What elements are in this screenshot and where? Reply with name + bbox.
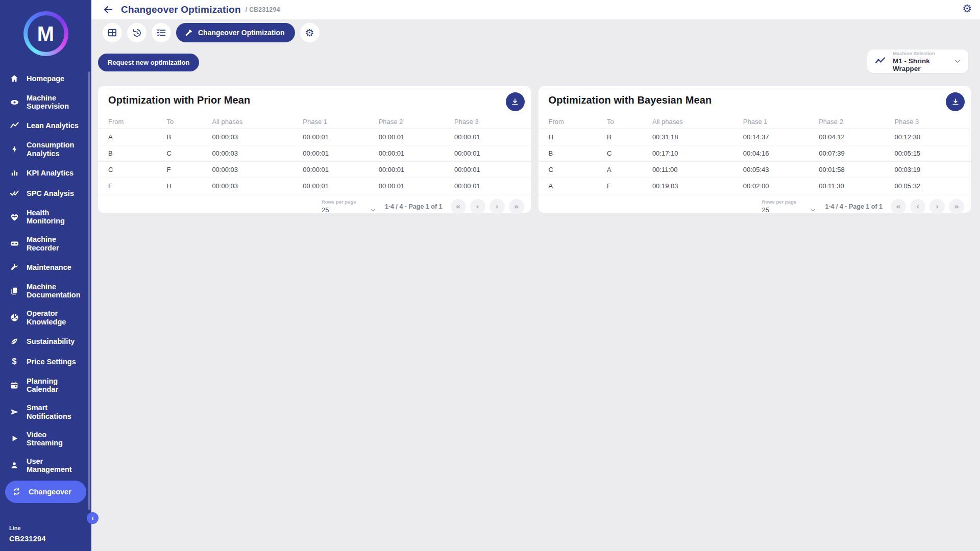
sidebar-item-planning-calendar[interactable]: Planning Calendar	[0, 372, 91, 398]
sidebar-item-sustainability[interactable]: Sustainability	[0, 331, 91, 352]
sidebar-item-label: User Management	[27, 457, 84, 473]
sidebar-item-machine-documentation[interactable]: Machine Documentation	[0, 278, 91, 304]
prev-page-button[interactable]: ‹	[910, 199, 925, 214]
table-cell: 00:07:39	[808, 149, 884, 157]
rows-per-page[interactable]: Rows per page 25	[762, 199, 817, 214]
column-header: From	[98, 118, 156, 126]
sidebar-item-label: Planning Calendar	[27, 377, 84, 393]
sidebar-item-price-settings[interactable]: $ Price Settings	[0, 352, 91, 372]
machine-selection-value: M1 - Shrink Wrapper	[893, 57, 953, 72]
sidebar-item-maintenance[interactable]: Maintenance	[0, 257, 91, 278]
rows-per-page-value: 25	[322, 206, 329, 214]
table-cell: 00:11:00	[642, 166, 733, 173]
table-view-button[interactable]	[103, 23, 122, 42]
lightning-icon	[9, 144, 19, 155]
table-cell: B	[98, 149, 156, 157]
checklist-view-button[interactable]	[152, 23, 171, 42]
sidebar-item-label: Lean Analytics	[27, 121, 79, 130]
back-arrow-icon[interactable]	[103, 4, 114, 15]
chevron-down-icon	[369, 206, 377, 214]
line-label: Line	[9, 525, 46, 531]
table-cell: 00:00:03	[202, 166, 292, 173]
table-cell: 00:00:01	[444, 166, 531, 173]
machine-selection-text: Machine Selection M1 - Shrink Wrapper	[893, 51, 953, 72]
toolbar-settings-button[interactable]: ⚙	[300, 23, 320, 42]
sidebar-item-label: Consumption Analytics	[27, 141, 84, 157]
table-cell: 00:00:01	[444, 149, 531, 157]
sidebar-item-machine-recorder[interactable]: Machine Recorder	[0, 230, 91, 257]
table-body: AB00:00:0300:00:0100:00:0100:00:01BC00:0…	[98, 129, 531, 194]
sidebar-item-homepage[interactable]: Homepage	[0, 68, 91, 89]
rows-per-page-value: 25	[762, 206, 769, 214]
last-page-button[interactable]: »	[949, 199, 964, 214]
table-cell: 00:00:01	[292, 149, 368, 157]
table-cell: 00:00:01	[444, 133, 531, 141]
prev-page-button[interactable]: ‹	[470, 199, 485, 214]
sidebar-item-health-monitoring[interactable]: Health Monitoring	[0, 204, 91, 230]
sidebar-item-consumption-analytics[interactable]: Consumption Analytics	[0, 136, 91, 162]
sidebar-item-label: Operator Knowledge	[27, 309, 84, 325]
download-icon	[510, 97, 520, 107]
settings-gear-icon[interactable]: ⚙	[962, 4, 972, 14]
table-cell: 00:17:10	[642, 149, 733, 157]
table-row: AF00:19:0300:02:0000:11:3000:05:32	[538, 178, 971, 194]
next-page-button[interactable]: ›	[929, 199, 945, 214]
line-chart-icon	[874, 55, 887, 67]
sidebar-item-label: Video Streaming	[27, 431, 84, 447]
table-cell: A	[597, 166, 642, 173]
table-cell: 00:00:01	[369, 182, 444, 190]
rows-per-page[interactable]: Rows per page 25	[322, 199, 377, 214]
column-header: All phases	[642, 118, 733, 126]
table-cell: B	[156, 133, 202, 141]
table-cell: H	[538, 133, 597, 141]
tab-changeover-optimization[interactable]: Changeover Optimization	[176, 23, 295, 42]
table-cell: 00:00:01	[292, 182, 368, 190]
download-button[interactable]	[506, 92, 525, 111]
sidebar-item-label: Machine Recorder	[27, 235, 84, 252]
sidebar-item-machine-supervision[interactable]: Machine Supervision	[0, 89, 91, 115]
sidebar-item-kpi-analytics[interactable]: KPI Analytics	[0, 163, 91, 183]
table-cell: 00:02:00	[733, 182, 808, 190]
column-header: Phase 2	[808, 118, 884, 126]
topbar: Changeover Optimization / CB231294 ⚙	[91, 0, 980, 19]
column-header: Phase 3	[444, 118, 531, 126]
table-cell: A	[98, 133, 156, 141]
sidebar-collapse-button[interactable]: ‹	[87, 512, 99, 524]
rows-per-page-label: Rows per page	[762, 199, 817, 205]
column-header: All phases	[202, 118, 292, 126]
download-button[interactable]	[946, 92, 965, 111]
table-cell: H	[156, 182, 202, 190]
sidebar-item-label: Sustainability	[27, 337, 75, 345]
sidebar-item-user-management[interactable]: User Management	[0, 452, 91, 479]
next-page-button[interactable]: ›	[489, 199, 505, 214]
history-icon	[132, 28, 142, 38]
view-toolbar: Changeover Optimization ⚙	[103, 23, 320, 42]
pager: « ‹ › »	[891, 199, 964, 214]
sidebar-item-smart-notifications[interactable]: Smart Notifications	[0, 398, 91, 425]
table-cell: 00:03:19	[884, 166, 971, 173]
home-icon	[9, 73, 19, 84]
leaf-icon	[9, 336, 19, 346]
sidebar-item-operator-knowledge[interactable]: Operator Knowledge	[0, 304, 91, 331]
history-view-button[interactable]	[127, 23, 146, 42]
first-page-button[interactable]: «	[451, 199, 466, 214]
table-cell: 00:01:58	[808, 166, 884, 173]
first-page-button[interactable]: «	[891, 199, 906, 214]
sidebar-item-changeover[interactable]: Changeover	[5, 481, 86, 503]
request-new-optimization-button[interactable]: Request new optimization	[98, 54, 199, 71]
sidebar-item-video-streaming[interactable]: Video Streaming	[0, 425, 91, 452]
sidebar-item-lean-analytics[interactable]: Lean Analytics	[0, 115, 91, 136]
column-header: To	[597, 118, 642, 126]
table-row: FH00:00:0300:00:0100:00:0100:00:01	[98, 178, 531, 194]
grid-icon	[107, 28, 117, 38]
sidebar-item-label: Health Monitoring	[27, 209, 84, 225]
sidebar-scrollbar[interactable]	[88, 71, 90, 510]
card-bayesian-mean: Optimization with Bayesian Mean From To …	[538, 86, 971, 213]
line-info: Line CB231294	[9, 525, 46, 543]
machine-selection-dropdown[interactable]: Machine Selection M1 - Shrink Wrapper	[867, 49, 968, 73]
app-logo: M	[23, 11, 68, 56]
dollar-icon: $	[9, 357, 19, 367]
sidebar-item-spc-analysis[interactable]: SPC Analysis	[0, 183, 91, 204]
table-cell: 00:05:43	[733, 166, 808, 173]
last-page-button[interactable]: »	[509, 199, 524, 214]
